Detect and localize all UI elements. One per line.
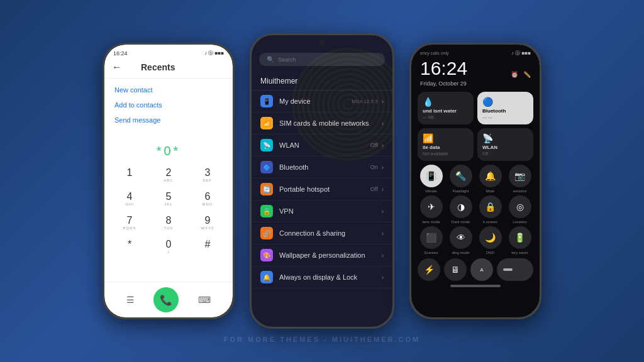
bluetooth-tile-icon: 🔵 <box>482 97 528 107</box>
menu-icon[interactable]: ☰ <box>126 295 135 305</box>
sim-icon: 📶 <box>260 117 273 129</box>
location-icon-btn[interactable]: ◎ Location <box>506 195 533 224</box>
dial-key-7[interactable]: 7PQRS <box>111 211 148 234</box>
time-display: 16:24 <box>420 59 467 78</box>
new-contact-link[interactable]: New contact <box>114 86 223 94</box>
phone-2: 🔍 Search Miuithemer 📱 My device MIUI 12.… <box>250 33 394 329</box>
dial-key-6[interactable]: 6MNO <box>189 187 226 210</box>
dial-key-0[interactable]: 0+ <box>150 235 187 258</box>
screenshot-icon-btn[interactable]: 📷 eenshot <box>506 165 533 193</box>
dial-key-9[interactable]: 9WXYZ <box>189 211 226 234</box>
dnd-icon-btn[interactable]: 🌙 DND <box>477 226 504 255</box>
menu-item-sim[interactable]: 📶 SIM cards & mobile networks › <box>252 112 392 134</box>
tile-wlan[interactable]: 📡 WLAN Off <box>477 128 533 161</box>
menu-item-bluetooth[interactable]: 🔷 Bluetooth On › <box>252 156 392 178</box>
phone-2-content: 🔍 Search Miuithemer 📱 My device MIUI 12.… <box>252 35 392 288</box>
vpn-icon: 🔒 <box>260 205 273 217</box>
send-message-link[interactable]: Send message <box>114 116 223 124</box>
dial-key-star[interactable]: * <box>111 235 148 258</box>
dial-key-hash[interactable]: # <box>189 235 226 258</box>
tile-water-sub: — Mil <box>423 115 469 119</box>
water-icon: 💧 <box>423 97 469 107</box>
keyboard-icon[interactable]: ⌨ <box>198 295 211 305</box>
dial-key-2[interactable]: 2ABC <box>150 163 187 186</box>
quick-icons-row1: 📳 Vibrate 🔦 Flashlight 🔔 Mute 📷 eenshot <box>411 165 540 195</box>
search-icon: 🔍 <box>267 56 274 63</box>
recents-title: Recents <box>141 62 175 72</box>
menu-item-wlan[interactable]: 📡 WLAN Off › <box>252 134 392 156</box>
settings-search-bar[interactable]: 🔍 Search <box>259 53 385 66</box>
bluetooth-icon: 🔷 <box>260 161 273 173</box>
search-placeholder: Search <box>278 57 296 63</box>
dial-key-1[interactable]: 1 <box>111 163 148 186</box>
date-text: Friday, October 29 <box>420 80 467 87</box>
brightness-slider[interactable] <box>497 258 533 281</box>
phone-1-screen: 16:24 ♪ ⓑ ■■■ ← Recents New contact Add … <box>104 45 233 317</box>
tile-bluetooth-sub: — — <box>482 115 528 119</box>
phone-1-status-icons: ♪ ⓑ ■■■ <box>204 50 224 57</box>
hotspot-label: Portable hotspot <box>279 185 330 193</box>
vibrate-icon-btn[interactable]: 📳 Vibrate <box>418 165 445 193</box>
my-device-label: My device <box>279 97 311 105</box>
tile-wlan-sub: Off <box>482 151 528 156</box>
tile-wlan-label: WLAN <box>482 145 528 150</box>
tile-bluetooth[interactable]: 🔵 Bluetooth — — <box>477 92 533 124</box>
aod-label: Always on display & Lock <box>279 273 357 281</box>
call-button[interactable]: 📞 <box>153 287 179 312</box>
screen-bottom-btn[interactable]: 🖥 <box>444 258 467 281</box>
quick-icons-row2: ✈ lane mode ◑ Dark mode 🔒 k screen ◎ Loc… <box>411 195 540 226</box>
theme-name-label: Miuithemer <box>260 77 297 85</box>
tile-bluetooth-label: Bluetooth <box>482 108 528 114</box>
phone-1-time: 16:24 <box>113 50 128 57</box>
tile-mobile-data[interactable]: 📶 ile data Not available <box>418 128 474 161</box>
edit-icon[interactable]: ✏️ <box>523 71 531 78</box>
airplane-icon-btn[interactable]: ✈ lane mode <box>418 195 445 224</box>
tile-mobile-label: ile data <box>423 145 469 150</box>
back-arrow-icon[interactable]: ← <box>112 62 122 73</box>
scanner-icon-btn[interactable]: ⬛ Scanner <box>418 226 445 255</box>
lock-screen-icon-btn[interactable]: 🔒 k screen <box>477 195 504 224</box>
theme-section: Miuithemer <box>252 72 392 90</box>
mute-icon-btn[interactable]: 🔔 Mute <box>477 165 504 193</box>
phone-3: ency calls only ♪ ⓑ ■■■ 16:24 ⏰ ✏️ Frida… <box>409 43 541 319</box>
dial-key-4[interactable]: 4GHI <box>111 187 148 210</box>
dial-grid: 1 2ABC 3DEF 4GHI 5JKL 6MNO 7PQRS 8TUV 9W… <box>104 163 233 258</box>
add-to-contacts-link[interactable]: Add to contacts <box>114 101 223 109</box>
quick-icons-row3: ⬛ Scanner 👁 ding mode 🌙 DND 🔋 tery saver <box>411 226 540 257</box>
wlan-label: WLAN <box>279 141 299 149</box>
watermark: FOR MORE THEMES - MIUITHEMER.COM <box>224 336 420 343</box>
menu-item-my-device[interactable]: 📱 My device MIUI 12.5.5 › <box>252 90 392 112</box>
flashlight-icon-btn[interactable]: 🔦 Flashlight <box>447 165 474 193</box>
tile-water[interactable]: 💧 und isnt water — Mil <box>418 92 474 124</box>
phone-3-screen: ency calls only ♪ ⓑ ■■■ 16:24 ⏰ ✏️ Frida… <box>411 45 540 317</box>
hotspot-icon: 🔄 <box>260 183 273 195</box>
dial-key-5[interactable]: 5JKL <box>150 187 187 210</box>
phone-3-bottom-row: ⚡ 🖥 A <box>411 257 540 282</box>
phone-3-status-icons: ♪ ⓑ ■■■ <box>511 50 531 57</box>
flash-bottom-btn[interactable]: ⚡ <box>418 258 440 281</box>
phone-1-status-bar: 16:24 ♪ ⓑ ■■■ <box>104 45 233 59</box>
date-icons: ⏰ ✏️ <box>511 71 531 78</box>
sim-label: SIM cards & mobile networks <box>279 119 369 127</box>
dial-key-8[interactable]: 8TUV <box>150 211 187 234</box>
wlan-icon: 📡 <box>260 139 273 151</box>
wallpaper-label: Wallpaper & personalization <box>279 251 365 259</box>
menu-item-vpn[interactable]: 🔒 VPN › <box>252 200 392 222</box>
circle-bottom-btn[interactable]: A <box>470 258 493 281</box>
emergency-text: ency calls only <box>420 51 449 55</box>
menu-item-wallpaper[interactable]: 🎨 Wallpaper & personalization › <box>252 244 392 266</box>
phone-1-bottom-bar: ☰ 📞 ⌨ <box>104 282 233 317</box>
reading-mode-icon-btn[interactable]: 👁 ding mode <box>447 226 474 255</box>
menu-item-connection[interactable]: 🔗 Connection & sharing › <box>252 222 392 244</box>
menu-item-hotspot[interactable]: 🔄 Portable hotspot Off › <box>252 178 392 200</box>
battery-saver-icon-btn[interactable]: 🔋 tery saver <box>506 226 533 255</box>
quick-tiles-grid: 💧 und isnt water — Mil 🔵 Bluetooth — — 📶… <box>411 92 540 165</box>
dark-mode-icon-btn[interactable]: ◑ Dark mode <box>447 195 474 224</box>
dial-key-3[interactable]: 3DEF <box>189 163 226 186</box>
mobile-data-icon: 📶 <box>423 133 469 143</box>
aod-icon: 🔔 <box>260 271 273 283</box>
alarm-icon[interactable]: ⏰ <box>511 71 518 78</box>
dial-display: *0* <box>104 131 233 163</box>
menu-item-aod[interactable]: 🔔 Always on display & Lock › <box>252 266 392 288</box>
connection-label: Connection & sharing <box>279 229 345 237</box>
